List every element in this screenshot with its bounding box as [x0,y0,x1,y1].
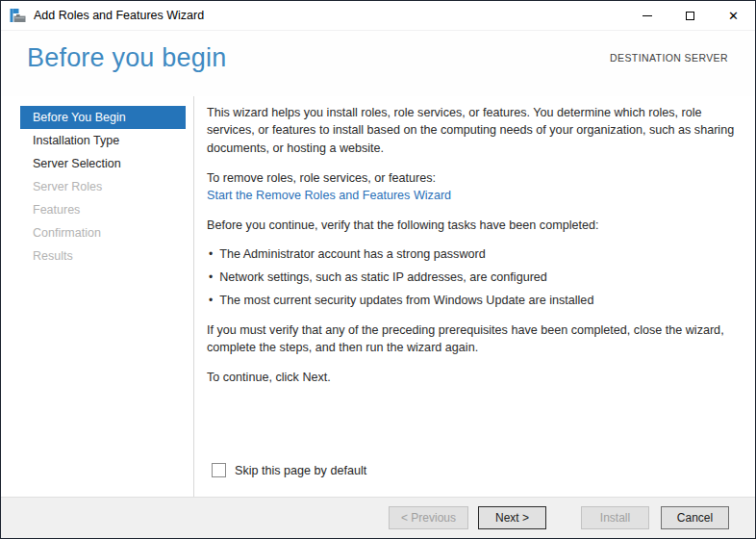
sidebar-item-installation-type[interactable]: Installation Type [20,129,186,152]
sidebar-item-before-you-begin[interactable]: Before You Begin [20,106,186,129]
window-controls: ✕ [625,1,755,30]
cancel-button[interactable]: Cancel [661,506,729,529]
remove-heading: To remove roles, role services, or featu… [207,169,740,187]
close-button[interactable]: ✕ [712,1,755,30]
window-title: Add Roles and Features Wizard [34,9,625,22]
verify-note: If you must verify that any of the prece… [207,321,740,357]
sidebar-item-server-selection[interactable]: Server Selection [20,152,186,175]
minimize-button[interactable] [625,1,668,30]
wizard-content: This wizard helps you install roles, rol… [194,96,755,497]
wizard-footer: < Previous Next > Install Cancel [1,497,755,538]
wizard-steps-sidebar: Before You Begin Installation Type Serve… [1,96,194,497]
remove-wizard-link[interactable]: Start the Remove Roles and Features Wiza… [207,187,740,204]
skip-page-checkbox[interactable] [212,463,226,477]
maximize-button[interactable] [668,1,712,30]
skip-page-row: Skip this page by default [207,462,740,479]
previous-button: < Previous [389,506,468,529]
wizard-window: Add Roles and Features Wizard ✕ Before y… [0,0,756,539]
destination-server-label: DESTINATION SERVER [610,43,728,96]
list-item: The Administrator account has a strong p… [209,243,740,266]
sidebar-item-results: Results [20,244,186,268]
prerequisite-list: The Administrator account has a strong p… [209,243,740,312]
skip-page-label: Skip this page by default [235,462,366,479]
wizard-body: Before You Begin Installation Type Serve… [1,96,755,497]
install-button: Install [581,506,649,529]
maximize-icon [686,12,694,20]
continue-note: To continue, click Next. [207,369,740,386]
list-item: The most current security updates from W… [209,289,740,312]
wizard-header: Before you begin DESTINATION SERVER [1,31,755,96]
next-button[interactable]: Next > [478,506,546,529]
page-title: Before you begin [27,43,226,96]
sidebar-item-confirmation: Confirmation [20,221,186,244]
server-manager-icon [10,8,26,24]
titlebar: Add Roles and Features Wizard ✕ [1,1,755,31]
minimize-icon [643,15,652,16]
close-icon: ✕ [728,10,739,22]
verify-heading: Before you continue, verify that the fol… [207,217,740,234]
list-item: Network settings, such as static IP addr… [209,266,740,289]
sidebar-item-server-roles: Server Roles [20,175,186,198]
intro-paragraph: This wizard helps you install roles, rol… [207,104,740,157]
sidebar-item-features: Features [20,198,186,221]
